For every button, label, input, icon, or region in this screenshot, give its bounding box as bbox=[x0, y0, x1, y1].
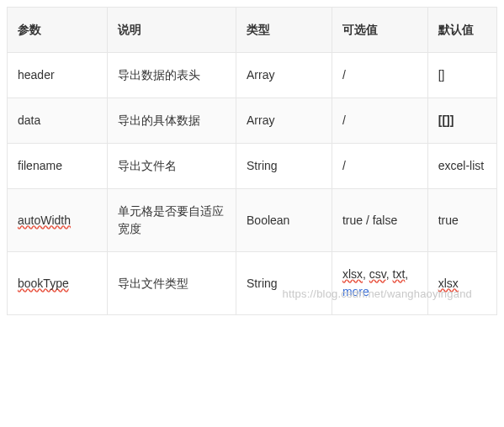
cell-def: [[]] bbox=[427, 98, 496, 144]
cell-type: String bbox=[236, 144, 332, 189]
cell-opts: / bbox=[332, 98, 427, 144]
table-row: header 导出数据的表头 Array / [] bbox=[8, 53, 497, 98]
cell-opts: / bbox=[332, 53, 427, 98]
col-header-type: 类型 bbox=[236, 8, 332, 53]
cell-desc: 导出的具体数据 bbox=[108, 98, 236, 144]
col-header-def: 默认值 bbox=[427, 8, 496, 53]
opt-text: txt bbox=[393, 267, 406, 281]
cell-type: Array bbox=[236, 98, 332, 144]
table-row: bookType 导出文件类型 String xlsx, csv, txt, m… bbox=[8, 252, 497, 315]
table-row: data 导出的具体数据 Array / [[]] bbox=[8, 98, 497, 144]
col-header-opts: 可选值 bbox=[332, 8, 427, 53]
cell-desc: 导出文件类型 bbox=[108, 252, 236, 315]
cell-param: data bbox=[8, 98, 108, 144]
cell-desc: 导出文件名 bbox=[108, 144, 236, 189]
def-text: xlsx bbox=[438, 277, 459, 290]
table-row: autoWidth 单元格是否要自适应宽度 Boolean true / fal… bbox=[8, 189, 497, 252]
cell-def: xlsx bbox=[427, 252, 496, 315]
params-table: 参数 说明 类型 可选值 默认值 header 导出数据的表头 Array / … bbox=[7, 7, 497, 315]
cell-opts: true / false bbox=[332, 189, 427, 252]
cell-type: Boolean bbox=[236, 189, 332, 252]
cell-desc: 单元格是否要自适应宽度 bbox=[108, 189, 236, 252]
col-header-param: 参数 bbox=[8, 8, 108, 53]
cell-param: autoWidth bbox=[8, 189, 108, 252]
more-link[interactable]: more bbox=[342, 285, 369, 298]
opt-text: xlsx bbox=[342, 267, 363, 281]
cell-opts: / bbox=[332, 144, 427, 189]
cell-type: String bbox=[236, 252, 332, 315]
cell-param: bookType bbox=[8, 252, 108, 315]
cell-def: [] bbox=[427, 53, 496, 98]
cell-param: filename bbox=[8, 144, 108, 189]
col-header-desc: 说明 bbox=[108, 8, 236, 53]
param-text: bookType bbox=[18, 277, 69, 290]
cell-opts: xlsx, csv, txt, more bbox=[332, 252, 427, 315]
opt-text: csv bbox=[369, 267, 386, 281]
cell-desc: 导出数据的表头 bbox=[108, 53, 236, 98]
cell-type: Array bbox=[236, 53, 332, 98]
param-text: autoWidth bbox=[18, 214, 71, 227]
table-row: filename 导出文件名 String / excel-list bbox=[8, 144, 497, 189]
cell-def: excel-list bbox=[427, 144, 496, 189]
cell-param: header bbox=[8, 53, 108, 98]
cell-def: true bbox=[427, 189, 496, 252]
table-header-row: 参数 说明 类型 可选值 默认值 bbox=[8, 8, 497, 53]
